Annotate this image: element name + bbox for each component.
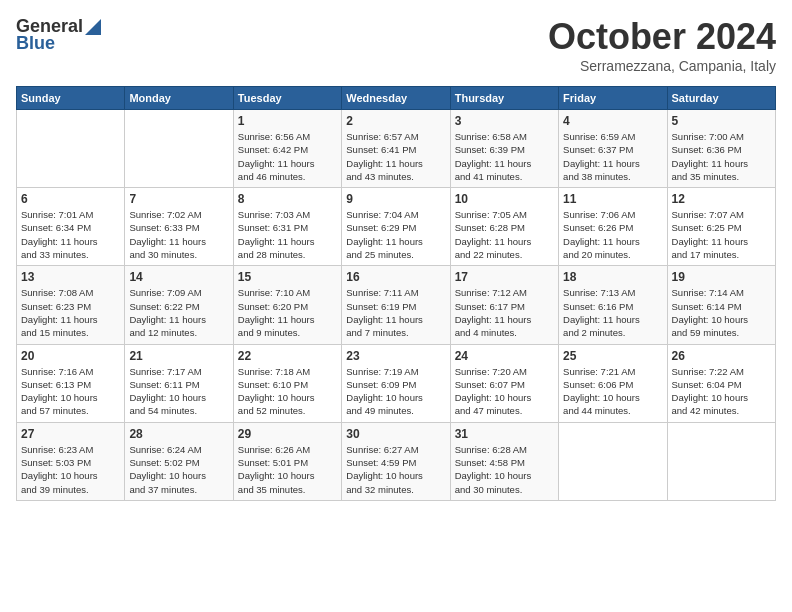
calendar-cell: 26Sunrise: 7:22 AMSunset: 6:04 PMDayligh… [667,344,775,422]
day-number: 28 [129,427,228,441]
calendar-cell: 6Sunrise: 7:01 AMSunset: 6:34 PMDaylight… [17,188,125,266]
cell-info: Sunrise: 6:57 AMSunset: 6:41 PMDaylight:… [346,130,445,183]
day-number: 22 [238,349,337,363]
day-number: 30 [346,427,445,441]
day-number: 10 [455,192,554,206]
calendar-cell: 23Sunrise: 7:19 AMSunset: 6:09 PMDayligh… [342,344,450,422]
day-number: 8 [238,192,337,206]
day-number: 19 [672,270,771,284]
day-number: 26 [672,349,771,363]
cell-info: Sunrise: 7:05 AMSunset: 6:28 PMDaylight:… [455,208,554,261]
svg-marker-0 [85,19,101,35]
calendar-cell: 20Sunrise: 7:16 AMSunset: 6:13 PMDayligh… [17,344,125,422]
cell-info: Sunrise: 7:21 AMSunset: 6:06 PMDaylight:… [563,365,662,418]
calendar-cell: 17Sunrise: 7:12 AMSunset: 6:17 PMDayligh… [450,266,558,344]
cell-info: Sunrise: 7:22 AMSunset: 6:04 PMDaylight:… [672,365,771,418]
day-number: 27 [21,427,120,441]
day-number: 25 [563,349,662,363]
calendar-cell: 2Sunrise: 6:57 AMSunset: 6:41 PMDaylight… [342,110,450,188]
day-number: 7 [129,192,228,206]
cell-info: Sunrise: 6:26 AMSunset: 5:01 PMDaylight:… [238,443,337,496]
calendar-cell: 12Sunrise: 7:07 AMSunset: 6:25 PMDayligh… [667,188,775,266]
cell-info: Sunrise: 7:17 AMSunset: 6:11 PMDaylight:… [129,365,228,418]
calendar-cell: 13Sunrise: 7:08 AMSunset: 6:23 PMDayligh… [17,266,125,344]
calendar-body: 1Sunrise: 6:56 AMSunset: 6:42 PMDaylight… [17,110,776,501]
calendar-cell: 25Sunrise: 7:21 AMSunset: 6:06 PMDayligh… [559,344,667,422]
day-number: 4 [563,114,662,128]
calendar-cell: 4Sunrise: 6:59 AMSunset: 6:37 PMDaylight… [559,110,667,188]
day-number: 3 [455,114,554,128]
cell-info: Sunrise: 6:56 AMSunset: 6:42 PMDaylight:… [238,130,337,183]
calendar-cell: 14Sunrise: 7:09 AMSunset: 6:22 PMDayligh… [125,266,233,344]
calendar-table: SundayMondayTuesdayWednesdayThursdayFrid… [16,86,776,501]
calendar-cell: 19Sunrise: 7:14 AMSunset: 6:14 PMDayligh… [667,266,775,344]
calendar-cell: 16Sunrise: 7:11 AMSunset: 6:19 PMDayligh… [342,266,450,344]
calendar-cell: 5Sunrise: 7:00 AMSunset: 6:36 PMDaylight… [667,110,775,188]
calendar-cell: 8Sunrise: 7:03 AMSunset: 6:31 PMDaylight… [233,188,341,266]
calendar-cell [17,110,125,188]
weekday-header: Tuesday [233,87,341,110]
logo-blue-text: Blue [16,33,55,54]
cell-info: Sunrise: 7:19 AMSunset: 6:09 PMDaylight:… [346,365,445,418]
cell-info: Sunrise: 7:11 AMSunset: 6:19 PMDaylight:… [346,286,445,339]
cell-info: Sunrise: 7:10 AMSunset: 6:20 PMDaylight:… [238,286,337,339]
day-number: 6 [21,192,120,206]
calendar-cell: 18Sunrise: 7:13 AMSunset: 6:16 PMDayligh… [559,266,667,344]
cell-info: Sunrise: 7:07 AMSunset: 6:25 PMDaylight:… [672,208,771,261]
cell-info: Sunrise: 7:02 AMSunset: 6:33 PMDaylight:… [129,208,228,261]
calendar-cell: 11Sunrise: 7:06 AMSunset: 6:26 PMDayligh… [559,188,667,266]
calendar-cell: 21Sunrise: 7:17 AMSunset: 6:11 PMDayligh… [125,344,233,422]
day-number: 12 [672,192,771,206]
day-number: 15 [238,270,337,284]
cell-info: Sunrise: 7:18 AMSunset: 6:10 PMDaylight:… [238,365,337,418]
day-number: 9 [346,192,445,206]
calendar-cell [125,110,233,188]
calendar-header: SundayMondayTuesdayWednesdayThursdayFrid… [17,87,776,110]
weekday-header: Monday [125,87,233,110]
calendar-cell: 3Sunrise: 6:58 AMSunset: 6:39 PMDaylight… [450,110,558,188]
cell-info: Sunrise: 6:28 AMSunset: 4:58 PMDaylight:… [455,443,554,496]
location-subtitle: Serramezzana, Campania, Italy [548,58,776,74]
logo-triangle-icon [85,19,101,35]
cell-info: Sunrise: 7:16 AMSunset: 6:13 PMDaylight:… [21,365,120,418]
day-number: 16 [346,270,445,284]
day-number: 5 [672,114,771,128]
calendar-week-row: 13Sunrise: 7:08 AMSunset: 6:23 PMDayligh… [17,266,776,344]
title-block: October 2024 Serramezzana, Campania, Ita… [548,16,776,74]
calendar-cell: 10Sunrise: 7:05 AMSunset: 6:28 PMDayligh… [450,188,558,266]
cell-info: Sunrise: 7:01 AMSunset: 6:34 PMDaylight:… [21,208,120,261]
cell-info: Sunrise: 7:09 AMSunset: 6:22 PMDaylight:… [129,286,228,339]
cell-info: Sunrise: 7:06 AMSunset: 6:26 PMDaylight:… [563,208,662,261]
calendar-cell: 28Sunrise: 6:24 AMSunset: 5:02 PMDayligh… [125,422,233,500]
day-number: 29 [238,427,337,441]
day-number: 14 [129,270,228,284]
day-number: 17 [455,270,554,284]
cell-info: Sunrise: 6:24 AMSunset: 5:02 PMDaylight:… [129,443,228,496]
cell-info: Sunrise: 6:23 AMSunset: 5:03 PMDaylight:… [21,443,120,496]
calendar-cell: 31Sunrise: 6:28 AMSunset: 4:58 PMDayligh… [450,422,558,500]
calendar-week-row: 1Sunrise: 6:56 AMSunset: 6:42 PMDaylight… [17,110,776,188]
cell-info: Sunrise: 7:13 AMSunset: 6:16 PMDaylight:… [563,286,662,339]
month-title: October 2024 [548,16,776,58]
cell-info: Sunrise: 7:20 AMSunset: 6:07 PMDaylight:… [455,365,554,418]
weekday-header: Thursday [450,87,558,110]
cell-info: Sunrise: 6:58 AMSunset: 6:39 PMDaylight:… [455,130,554,183]
calendar-cell: 22Sunrise: 7:18 AMSunset: 6:10 PMDayligh… [233,344,341,422]
cell-info: Sunrise: 7:14 AMSunset: 6:14 PMDaylight:… [672,286,771,339]
calendar-week-row: 27Sunrise: 6:23 AMSunset: 5:03 PMDayligh… [17,422,776,500]
weekday-header: Sunday [17,87,125,110]
cell-info: Sunrise: 7:12 AMSunset: 6:17 PMDaylight:… [455,286,554,339]
calendar-cell: 30Sunrise: 6:27 AMSunset: 4:59 PMDayligh… [342,422,450,500]
day-number: 24 [455,349,554,363]
calendar-cell: 29Sunrise: 6:26 AMSunset: 5:01 PMDayligh… [233,422,341,500]
calendar-week-row: 6Sunrise: 7:01 AMSunset: 6:34 PMDaylight… [17,188,776,266]
cell-info: Sunrise: 7:08 AMSunset: 6:23 PMDaylight:… [21,286,120,339]
day-number: 13 [21,270,120,284]
calendar-cell: 15Sunrise: 7:10 AMSunset: 6:20 PMDayligh… [233,266,341,344]
day-number: 20 [21,349,120,363]
weekday-header: Wednesday [342,87,450,110]
calendar-cell: 9Sunrise: 7:04 AMSunset: 6:29 PMDaylight… [342,188,450,266]
calendar-cell: 24Sunrise: 7:20 AMSunset: 6:07 PMDayligh… [450,344,558,422]
cell-info: Sunrise: 7:03 AMSunset: 6:31 PMDaylight:… [238,208,337,261]
weekday-row: SundayMondayTuesdayWednesdayThursdayFrid… [17,87,776,110]
